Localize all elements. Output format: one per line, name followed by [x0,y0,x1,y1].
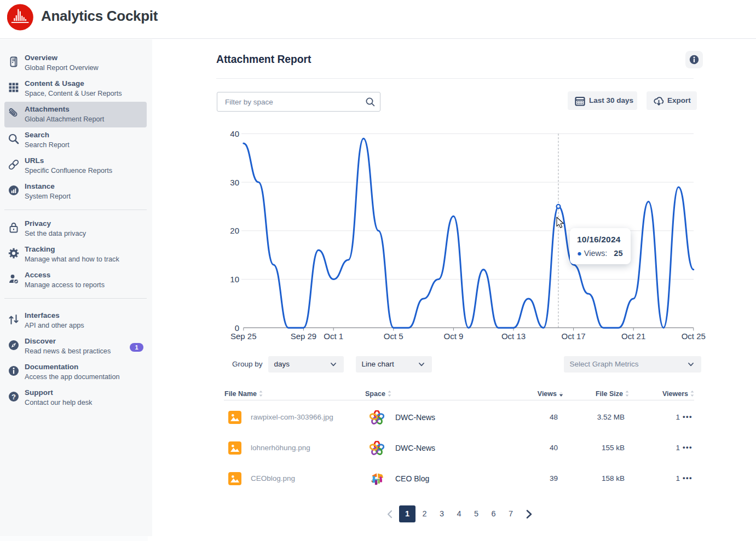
svg-text:10: 10 [230,275,239,284]
svg-text:20: 20 [230,226,239,235]
svg-text:Sep 29: Sep 29 [291,331,317,341]
svg-text:Oct 5: Oct 5 [384,331,403,341]
svg-text:40: 40 [230,129,239,138]
svg-text:Oct 21: Oct 21 [621,331,645,341]
svg-text:?: ? [11,393,16,401]
svg-text:30: 30 [230,178,239,187]
svg-text:Oct 25: Oct 25 [682,331,706,341]
svg-text:Oct 1: Oct 1 [324,331,343,341]
svg-text:Oct 13: Oct 13 [501,331,526,341]
svg-text:Oct 9: Oct 9 [443,331,463,341]
svg-text:Sep 25: Sep 25 [230,331,257,341]
svg-text:Oct 17: Oct 17 [562,331,586,341]
